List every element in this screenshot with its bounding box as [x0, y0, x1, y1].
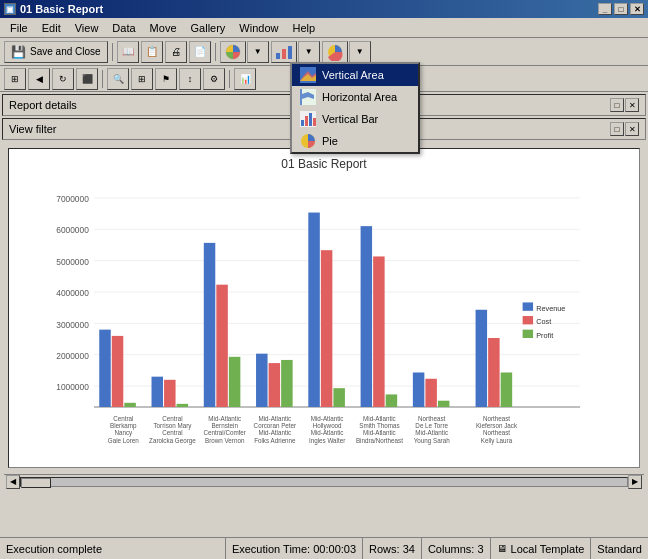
status-rows: Rows: 34 [363, 538, 422, 559]
menu-move[interactable]: Move [144, 20, 183, 36]
refresh-button[interactable]: ↻ [52, 68, 74, 90]
status-columns: Columns: 3 [422, 538, 491, 559]
minimize-button[interactable]: _ [598, 3, 612, 15]
save-close-button[interactable]: 💾 Save and Close [4, 41, 108, 63]
svg-rect-32 [112, 336, 123, 407]
menu-vertical-area[interactable]: Vertical Area [292, 64, 418, 86]
scroll-left[interactable]: ◀ [6, 475, 20, 489]
report-details-title: Report details [9, 99, 77, 111]
svg-text:Central: Central [162, 429, 182, 436]
separator-4 [229, 70, 230, 88]
menu-edit[interactable]: Edit [36, 20, 67, 36]
report-details-restore[interactable]: □ [610, 98, 624, 112]
chart-title: 01 Basic Report [17, 157, 631, 171]
grid-button[interactable]: ⊞ [4, 68, 26, 90]
menu-horizontal-area[interactable]: Horizontal Area [292, 86, 418, 108]
pie-chart-button[interactable] [322, 41, 348, 63]
maximize-button[interactable]: □ [614, 3, 628, 15]
execution-time-text: Execution Time: 00:00:03 [232, 543, 356, 555]
save-close-label: Save and Close [30, 46, 101, 57]
svg-rect-47 [373, 256, 384, 407]
separator-1 [112, 43, 113, 61]
bar-chart-dropdown[interactable]: ▼ [298, 41, 320, 63]
prev-button[interactable]: ◀ [28, 68, 50, 90]
svg-rect-49 [413, 372, 424, 406]
flag-button[interactable]: ⚑ [155, 68, 177, 90]
svg-rect-54 [501, 372, 512, 406]
menu-vertical-bar[interactable]: Vertical Bar [292, 108, 418, 130]
scroll-thumb[interactable] [21, 478, 51, 488]
menu-help[interactable]: Help [286, 20, 321, 36]
svg-text:Brown Vernon: Brown Vernon [205, 437, 245, 444]
svg-rect-87 [523, 302, 533, 310]
svg-text:4000000: 4000000 [56, 288, 89, 298]
table-button[interactable]: ⊞ [131, 68, 153, 90]
svg-rect-50 [425, 379, 436, 407]
svg-rect-34 [152, 377, 163, 407]
menu-file[interactable]: File [4, 20, 34, 36]
svg-rect-3 [288, 46, 292, 59]
chart-type-dropdown[interactable]: ▼ [247, 41, 269, 63]
horizontal-scrollbar[interactable]: ◀ ▶ [4, 474, 644, 488]
app-icon: ▣ [4, 3, 16, 15]
svg-rect-33 [124, 403, 135, 407]
status-time: Execution Time: 00:00:03 [226, 538, 363, 559]
view-filter-restore[interactable]: □ [610, 122, 624, 136]
window-title: 01 Basic Report [20, 3, 103, 15]
menu-gallery[interactable]: Gallery [185, 20, 232, 36]
vertical-bar-label: Vertical Bar [322, 113, 378, 125]
svg-text:6000000: 6000000 [56, 225, 89, 235]
svg-rect-2 [282, 49, 286, 59]
bar-chart-button[interactable] [271, 41, 297, 63]
settings-button[interactable]: ⚙ [203, 68, 225, 90]
menu-bar: File Edit View Data Move Gallery Window … [0, 18, 648, 38]
close-button[interactable]: ✕ [630, 3, 644, 15]
status-template: 🖥 Local Template [491, 538, 592, 559]
svg-text:Mid-Atlantic: Mid-Atlantic [311, 429, 344, 436]
main-area: 01 Basic Report 7000000 6000000 5000000 … [0, 142, 648, 474]
menu-window[interactable]: Window [233, 20, 284, 36]
svg-text:Kelly Laura: Kelly Laura [481, 437, 513, 445]
svg-text:Central/Comfer: Central/Comfer [203, 429, 245, 436]
menu-pie[interactable]: Pie [292, 130, 418, 152]
menu-view[interactable]: View [69, 20, 105, 36]
svg-text:Mid-Atlantic: Mid-Atlantic [208, 415, 241, 422]
print-button[interactable]: 🖨 [165, 41, 187, 63]
svg-rect-89 [523, 316, 533, 324]
svg-text:Ingles Walter: Ingles Walter [309, 437, 345, 445]
chart-container: 01 Basic Report 7000000 6000000 5000000 … [8, 148, 640, 468]
copy-button[interactable]: 📋 [141, 41, 163, 63]
svg-text:Mid-Atlantic: Mid-Atlantic [311, 415, 344, 422]
chart-color-button[interactable] [220, 41, 246, 63]
svg-rect-46 [361, 226, 372, 407]
svg-text:3000000: 3000000 [56, 320, 89, 330]
pie-label: Pie [322, 135, 338, 147]
filter-button[interactable]: 🔍 [107, 68, 129, 90]
vertical-area-label: Vertical Area [322, 69, 384, 81]
columns-text: Columns: 3 [428, 543, 484, 555]
stop-button[interactable]: ⬛ [76, 68, 98, 90]
status-standard: Standard [591, 538, 648, 559]
export-button[interactable]: 📄 [189, 41, 211, 63]
svg-text:Mid-Atlantic: Mid-Atlantic [415, 429, 448, 436]
pie-chart-dropdown[interactable]: ▼ [349, 41, 371, 63]
svg-text:Bindra/Northeast: Bindra/Northeast [356, 437, 403, 444]
menu-data[interactable]: Data [106, 20, 141, 36]
svg-text:Central: Central [113, 415, 133, 422]
svg-rect-38 [216, 285, 227, 407]
svg-rect-48 [386, 394, 397, 407]
svg-text:Mid-Atlantic: Mid-Atlantic [363, 415, 396, 422]
svg-rect-44 [321, 250, 332, 407]
separator-2 [215, 43, 216, 61]
svg-rect-37 [204, 243, 215, 407]
scroll-right[interactable]: ▶ [628, 475, 642, 489]
view-filter-close[interactable]: ✕ [625, 122, 639, 136]
report-details-close[interactable]: ✕ [625, 98, 639, 112]
chart-view-button[interactable]: 📊 [234, 68, 256, 90]
svg-rect-13 [309, 113, 312, 126]
svg-rect-12 [305, 116, 308, 126]
scroll-track[interactable] [20, 477, 628, 487]
svg-text:Mid-Atlantic: Mid-Atlantic [363, 429, 396, 436]
book-button[interactable]: 📖 [117, 41, 139, 63]
sort-button[interactable]: ↕ [179, 68, 201, 90]
